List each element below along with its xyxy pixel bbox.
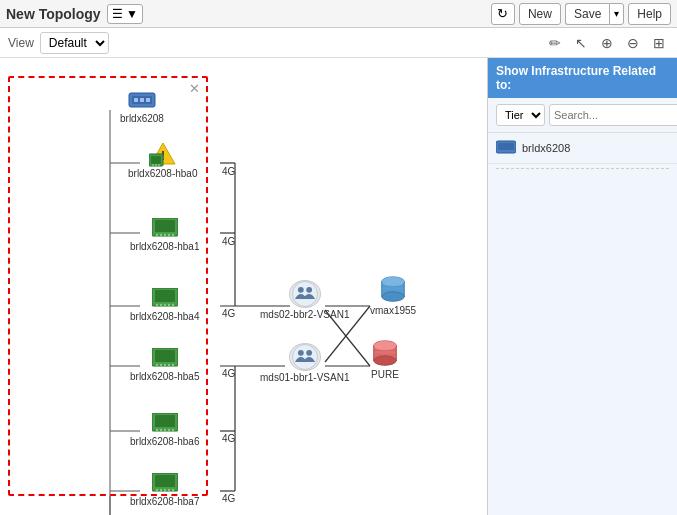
hba1-icon — [151, 216, 179, 240]
node-vsan1-label: mds02-bbr2-VSAN1 — [260, 309, 349, 320]
svg-point-32 — [158, 164, 160, 166]
svg-point-65 — [164, 489, 166, 491]
svg-point-76 — [382, 292, 405, 301]
svg-point-57 — [160, 429, 162, 431]
svg-point-71 — [292, 345, 317, 370]
svg-point-72 — [298, 350, 304, 356]
node-brldx6208-top-label: brldx6208 — [120, 113, 164, 124]
node-hba4[interactable]: brldx6208-hba4 — [130, 286, 200, 322]
node-hba0-label: brldx6208-hba0 — [128, 168, 198, 179]
svg-rect-89 — [498, 143, 514, 150]
menu-icon: ☰ ▼ — [112, 7, 138, 21]
new-button[interactable]: New — [519, 3, 561, 25]
node-pure-label: PURE — [371, 369, 399, 380]
label-4g-0: 4G — [222, 166, 235, 177]
node-vmax1955-label: vmax1955 — [370, 305, 416, 316]
vsan1-icon — [289, 280, 321, 308]
node-hba6-label: brldx6208-hba6 — [130, 436, 200, 447]
svg-point-77 — [382, 277, 405, 286]
svg-point-38 — [168, 234, 170, 236]
right-panel-item-brldx6208[interactable]: brldx6208 — [488, 133, 677, 164]
svg-rect-25 — [146, 98, 150, 102]
right-panel-divider — [496, 168, 669, 169]
node-hba7[interactable]: brldx6208-hba7 — [130, 471, 200, 507]
label-4g-5: 4G — [222, 368, 235, 379]
svg-point-83 — [374, 341, 397, 350]
node-hba0[interactable]: ! brldx6208-hba0 — [128, 143, 198, 179]
svg-point-44 — [164, 304, 166, 306]
svg-rect-24 — [140, 98, 144, 102]
label-4g-7: 4G — [222, 493, 235, 504]
svg-point-68 — [292, 282, 317, 307]
svg-point-51 — [164, 364, 166, 366]
svg-point-39 — [172, 234, 174, 236]
vmax1955-icon — [378, 276, 408, 304]
main-area: ✕ brldx6208 ! — [0, 58, 677, 515]
svg-rect-48 — [155, 350, 175, 362]
switch-top-icon — [128, 88, 156, 112]
node-hba5-label: brldx6208-hba5 — [130, 371, 200, 382]
node-hba1[interactable]: brldx6208-hba1 — [130, 216, 200, 252]
svg-point-36 — [160, 234, 162, 236]
svg-point-45 — [168, 304, 170, 306]
vsan2-icon — [289, 343, 321, 371]
svg-point-46 — [172, 304, 174, 306]
svg-point-30 — [152, 164, 154, 166]
svg-point-31 — [155, 164, 157, 166]
node-pure[interactable]: PURE — [370, 340, 400, 380]
svg-rect-23 — [134, 98, 138, 102]
svg-point-50 — [160, 364, 162, 366]
svg-point-63 — [156, 489, 158, 491]
svg-point-37 — [164, 234, 166, 236]
zoom-out-icon[interactable]: ⊖ — [623, 33, 643, 53]
label-4g-4: 4G — [222, 308, 235, 319]
node-vmax1955[interactable]: vmax1955 — [370, 276, 416, 316]
svg-point-70 — [306, 287, 312, 293]
svg-point-58 — [164, 429, 166, 431]
label-4g-6: 4G — [222, 433, 235, 444]
right-panel-filters: Tier ▾ — [488, 98, 677, 133]
hba0-icon: ! — [149, 143, 177, 167]
menu-button[interactable]: ☰ ▼ — [107, 4, 143, 24]
svg-point-66 — [168, 489, 170, 491]
node-vsan2-label: mds01-bbr1-VSAN1 — [260, 372, 349, 383]
refresh-button[interactable]: ↻ — [491, 3, 515, 25]
svg-rect-55 — [155, 415, 175, 427]
node-brldx6208-top[interactable]: brldx6208 — [120, 88, 164, 124]
cursor-icon[interactable]: ↖ — [571, 33, 591, 53]
view-select[interactable]: Default — [40, 32, 109, 54]
save-arrow-button[interactable]: ▾ — [609, 3, 624, 25]
toolbar-icons: ✏ ↖ ⊕ ⊖ ⊞ — [545, 33, 669, 53]
svg-rect-41 — [155, 290, 175, 302]
node-hba1-label: brldx6208-hba1 — [130, 241, 200, 252]
help-button[interactable]: Help — [628, 3, 671, 25]
node-hba6[interactable]: brldx6208-hba6 — [130, 411, 200, 447]
edit-icon[interactable]: ✏ — [545, 33, 565, 53]
page-title: New Topology — [6, 6, 101, 22]
svg-point-73 — [306, 350, 312, 356]
selection-close-button[interactable]: ✕ — [189, 81, 200, 96]
view-label: View — [8, 36, 34, 50]
node-vsan2[interactable]: mds01-bbr1-VSAN1 — [260, 343, 349, 383]
svg-rect-29 — [151, 156, 161, 164]
tier-select[interactable]: Tier — [496, 104, 545, 126]
search-input[interactable] — [549, 104, 677, 126]
canvas-area[interactable]: ✕ brldx6208 ! — [0, 58, 487, 515]
zoom-in-icon[interactable]: ⊕ — [597, 33, 617, 53]
node-hba7-label: brldx6208-hba7 — [130, 496, 200, 507]
node-hba4-label: brldx6208-hba4 — [130, 311, 200, 322]
right-panel: Show Infrastructure Related to: Tier ▾ b… — [487, 58, 677, 515]
svg-point-56 — [156, 429, 158, 431]
svg-point-69 — [298, 287, 304, 293]
grid-icon[interactable]: ⊞ — [649, 33, 669, 53]
svg-point-60 — [172, 429, 174, 431]
svg-point-35 — [156, 234, 158, 236]
toolbar: View Default ✏ ↖ ⊕ ⊖ ⊞ — [0, 28, 677, 58]
right-panel-header: Show Infrastructure Related to: — [488, 58, 677, 98]
svg-point-49 — [156, 364, 158, 366]
node-hba5[interactable]: brldx6208-hba5 — [130, 346, 200, 382]
right-item-brldx6208-label: brldx6208 — [522, 142, 570, 154]
save-button[interactable]: Save — [565, 3, 609, 25]
pure-icon — [370, 340, 400, 368]
node-vsan1[interactable]: mds02-bbr2-VSAN1 — [260, 280, 349, 320]
